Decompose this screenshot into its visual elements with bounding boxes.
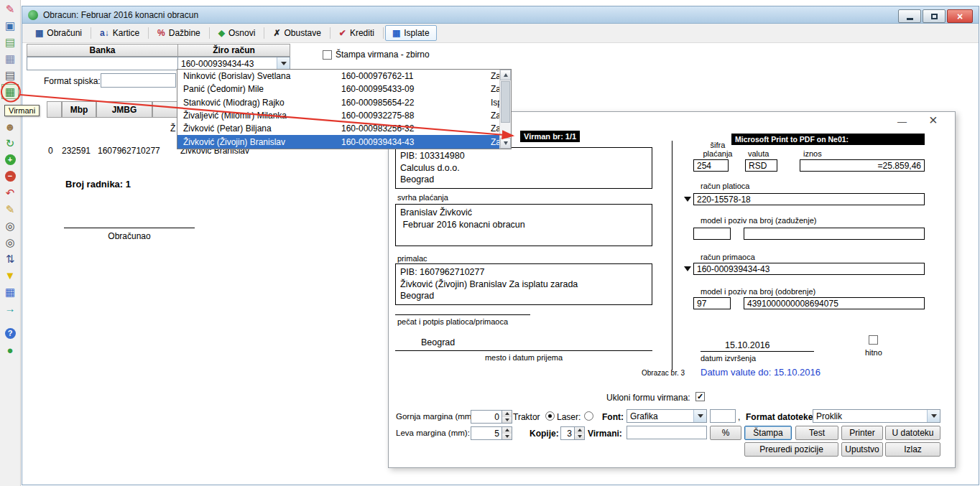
- iznos-label: iznos: [803, 149, 822, 158]
- izlaz-button[interactable]: Izlaz: [885, 442, 940, 457]
- model-odobrenje-field[interactable]: 97: [693, 297, 731, 309]
- minimize-button[interactable]: [898, 9, 921, 23]
- spin-up-button[interactable]: [575, 427, 584, 434]
- dropdown-row[interactable]: Ninković (Borislav) Svetlana 160-0009767…: [177, 70, 500, 83]
- dialog-minimize-button[interactable]: [897, 116, 907, 127]
- font-combobox[interactable]: Grafika: [627, 409, 707, 423]
- u-datoteku-button[interactable]: U datoteku: [885, 426, 940, 440]
- racun-primaoca-field[interactable]: 160-000939434-43: [693, 263, 925, 275]
- racun-primaoca-lookup-icon[interactable]: [683, 263, 692, 274]
- virman-counter-label: Virman br: 1/1: [520, 131, 580, 142]
- sifra-placanja-field[interactable]: 254: [693, 159, 729, 172]
- virmani-glyph: ▦: [5, 85, 15, 98]
- maximize-button[interactable]: [923, 9, 946, 23]
- banka-column-header[interactable]: Banka: [27, 44, 178, 57]
- kopije-spinner: 3: [560, 426, 585, 440]
- dropdown-row[interactable]: Živković (Petar) Biljana 160-000983256-3…: [177, 122, 500, 135]
- help-icon[interactable]: ?: [1, 326, 19, 341]
- primalac-box[interactable]: PIB: 1607962710277 Živković (Živojin) Br…: [395, 263, 652, 305]
- test-button[interactable]: Test: [795, 426, 838, 440]
- racun-platioca-field[interactable]: 220-15578-18: [693, 193, 925, 205]
- undo-icon[interactable]: ↶: [1, 185, 19, 200]
- search-icon[interactable]: ◎: [1, 218, 19, 233]
- model-zaduzenje-field[interactable]: [693, 228, 731, 240]
- dropdown-row-selected[interactable]: Živković (Živojin) Branislav 160-0009394…: [177, 135, 500, 148]
- spin-down-button[interactable]: [502, 417, 512, 424]
- printer-button[interactable]: Printer: [841, 426, 883, 440]
- percent-button[interactable]: %: [710, 426, 741, 440]
- stampa-zbirno-checkbox[interactable]: [323, 50, 332, 60]
- format-datoteke-button[interactable]: [927, 410, 940, 422]
- scroll-down-button[interactable]: [500, 138, 511, 149]
- tab-krediti[interactable]: ✔ Krediti: [332, 25, 382, 41]
- scrollbar-thumb[interactable]: [501, 81, 510, 123]
- tab-dazbine[interactable]: % Dažbine: [150, 25, 208, 41]
- mbp-column-header[interactable]: Mbp: [62, 101, 96, 118]
- svrha-placanja-box[interactable]: Branislav Živković Februar 2016 konacni …: [395, 204, 652, 246]
- font-size-input[interactable]: [710, 409, 736, 423]
- export-icon[interactable]: →: [1, 301, 19, 316]
- combobox-dropdown-button[interactable]: [277, 57, 290, 70]
- dropdown-row[interactable]: Stanković (Miodrag) Rajko 160-000985654-…: [177, 96, 500, 109]
- spin-down-button[interactable]: [575, 434, 584, 440]
- spin-down-button[interactable]: [502, 434, 512, 440]
- tab-obustave[interactable]: ✗ Obustave: [266, 25, 328, 41]
- poziv-odobrenje-field[interactable]: 4391000000008694075: [744, 297, 925, 309]
- poziv-zaduzenje-field[interactable]: [744, 228, 925, 240]
- preuredi-pozicije-button[interactable]: Preuredi pozicije: [744, 442, 838, 457]
- tab-isplate[interactable]: ▦ Isplate: [385, 25, 437, 41]
- hitno-checkbox[interactable]: [869, 335, 878, 345]
- font-combobox-button[interactable]: [693, 410, 706, 422]
- write-icon[interactable]: ✎: [1, 202, 19, 217]
- scroll-up-button[interactable]: [500, 70, 511, 80]
- filter-icon[interactable]: ▼: [1, 268, 19, 283]
- stampa-button[interactable]: Štampa: [744, 426, 792, 440]
- banka-filter-input[interactable]: [27, 57, 178, 70]
- hitno-label: hitno: [865, 348, 882, 357]
- ukloni-formu-checkbox[interactable]: [695, 392, 705, 401]
- status-icon[interactable]: ●: [1, 342, 19, 358]
- tab-kartice[interactable]: a↓ Kartice: [93, 25, 147, 41]
- format-datoteke-combobox[interactable]: Proklik: [813, 409, 940, 423]
- delete-icon[interactable]: −: [1, 169, 19, 184]
- save-glyph: ▣: [5, 19, 15, 32]
- dialog-close-button[interactable]: [929, 113, 938, 127]
- close-button[interactable]: [947, 9, 973, 23]
- print-icon[interactable]: ▤: [1, 67, 19, 83]
- jmbg-column-header[interactable]: JMBG: [96, 101, 152, 118]
- dropdown-row[interactable]: Panić (Čedomir) Mile 160-000995433-09 Za: [177, 83, 500, 95]
- dropdown-scrollbar[interactable]: [499, 70, 511, 149]
- uputstvo-button[interactable]: Uputstvo: [841, 442, 883, 457]
- dropdown-account: 160-000939434-43: [341, 137, 491, 147]
- virmani-icon[interactable]: ▦: [1, 84, 19, 99]
- cards-icon[interactable]: ▦: [1, 51, 19, 66]
- employees-icon[interactable]: ☻: [1, 119, 19, 134]
- dropdown-account: 160-000932275-88: [341, 111, 491, 121]
- sort-icon[interactable]: ⇅: [1, 251, 19, 266]
- refresh-icon[interactable]: ↻: [1, 136, 19, 151]
- valuta-field[interactable]: RSD: [745, 159, 777, 172]
- tab-separator: [148, 27, 149, 39]
- search-again-icon[interactable]: ◎: [1, 235, 19, 250]
- ziro-racun-column-header[interactable]: Žiro račun: [177, 44, 290, 57]
- spin-up-button[interactable]: [502, 411, 512, 417]
- traktor-radio[interactable]: [545, 411, 555, 421]
- tab-osnovi[interactable]: ◆ Osnovi: [211, 25, 263, 41]
- virmani-input[interactable]: [627, 426, 707, 439]
- dropdown-row[interactable]: Živaljević (Milomir) Milanka 160-0009322…: [177, 109, 500, 122]
- laser-radio[interactable]: [584, 411, 593, 421]
- tab-obracuni[interactable]: ▦ Obračuni: [28, 25, 89, 41]
- gornja-margina-value[interactable]: 0: [471, 410, 502, 424]
- leva-margina-value[interactable]: 5: [471, 426, 502, 440]
- columns-icon[interactable]: ▦: [1, 284, 19, 299]
- platilac-box[interactable]: PIB: 103314980 Calculus d.o.o. Beograd: [395, 147, 652, 189]
- format-spiska-input[interactable]: [101, 73, 176, 88]
- iznos-field[interactable]: =25.859,46: [800, 159, 925, 172]
- kopije-value[interactable]: 3: [560, 426, 575, 440]
- report-icon[interactable]: ▤: [1, 34, 19, 50]
- edit-icon[interactable]: ✎: [1, 1, 19, 17]
- add-icon[interactable]: +: [1, 152, 19, 167]
- spin-up-button[interactable]: [502, 427, 512, 434]
- racun-platioca-lookup-icon[interactable]: [683, 194, 692, 204]
- save-icon[interactable]: ▣: [1, 18, 19, 33]
